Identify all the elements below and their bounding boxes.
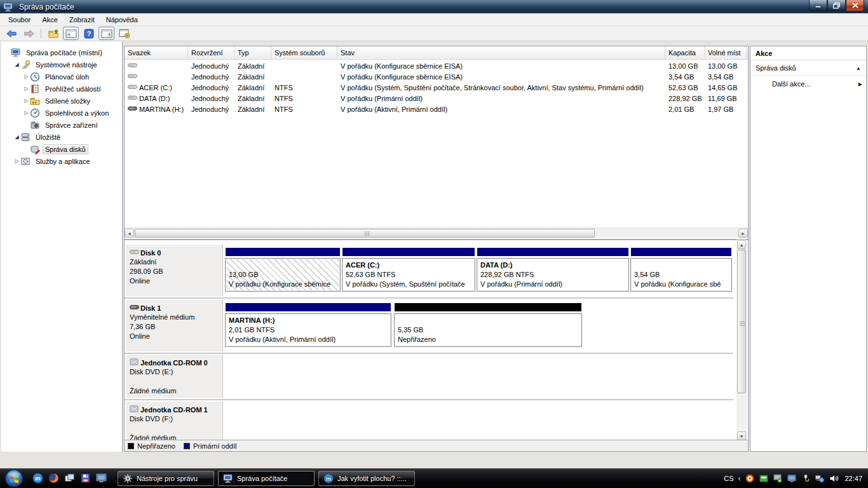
partition-v-poradku-konfigurace-sbe[interactable]: 3,54 GBV pořádku (Konfigurace sbě <box>630 248 732 292</box>
vertical-scrollbar[interactable]: ▲ ▼ <box>736 240 747 441</box>
partition-martina-h[interactable]: MARTINA (H:)2,01 GB NTFSV pořádku (Aktiv… <box>225 303 391 347</box>
horizontal-scrollbar[interactable]: ◄ ► <box>125 227 748 238</box>
storage-icon <box>20 132 31 142</box>
start-button[interactable] <box>4 469 24 488</box>
tree-expander-icon[interactable]: ◢ <box>13 134 20 140</box>
sidebar-item-label: Služby a aplikace <box>33 156 93 166</box>
menu-akce[interactable]: Akce <box>36 14 63 25</box>
partition-acer-c[interactable]: ACER (C:)52,63 GB NTFSV pořádku (Systém,… <box>342 248 475 292</box>
tray-update-check-icon[interactable] <box>773 473 782 483</box>
action-pane-button[interactable] <box>98 27 114 40</box>
drive-icon <box>130 248 139 257</box>
quick-launch-save-disk[interactable] <box>78 471 93 485</box>
quick-launch-maxthon[interactable]: m <box>31 471 45 485</box>
collapse-icon[interactable]: ▲ <box>856 65 861 71</box>
taskbar-button-nastroje-pro-spravu[interactable]: Nástroje pro správu <box>118 471 214 486</box>
sidebar-item-sdilene-slozky[interactable]: ▷Sdílené složky <box>1 95 122 107</box>
tray-display-icon[interactable] <box>787 473 796 483</box>
tree-expander-icon[interactable]: ▷ <box>23 110 30 116</box>
partition-status: V pořádku (Aktivní, Primární oddíl) <box>229 335 388 344</box>
horizontal-scroll-thumb[interactable] <box>135 229 595 238</box>
forward-arrow-button[interactable] <box>21 27 37 40</box>
disk-label[interactable]: Disk 1Vyměnitelné médium7,36 GBOnline <box>126 300 223 351</box>
back-arrow-button[interactable] <box>3 27 19 40</box>
close-button[interactable] <box>846 0 864 11</box>
sidebar-item-systemove-nastroje[interactable]: ◢Systémové nástroje <box>1 58 122 71</box>
disk-label[interactable]: Jednotka CD-ROM 0Disk DVD (E:) Žádné méd… <box>126 355 223 398</box>
tree-expander-icon[interactable]: ▷ <box>23 86 30 92</box>
volume-row[interactable]: JednoduchýZákladníV pořádku (Konfigurace… <box>125 60 748 71</box>
tray-green-window-icon[interactable] <box>759 473 768 483</box>
volume-row[interactable]: JednoduchýZákladníV pořádku (Konfigurace… <box>125 71 748 82</box>
volume-row[interactable]: ACER (C:)JednoduchýZákladníNTFSV pořádku… <box>125 82 748 93</box>
taskbar-button-label: Jak vyfotit plochu? ::... <box>337 475 407 482</box>
partition-type-bar <box>342 248 475 256</box>
sidebar-item-prohlizec-udalosti[interactable]: ▷Prohlížeč událostí <box>1 83 122 95</box>
tree-expander-icon[interactable]: ◢ <box>13 62 20 67</box>
system-tray: CS‹22:47 <box>724 473 868 483</box>
language-indicator[interactable]: CS <box>724 475 733 482</box>
scroll-down-arrow[interactable]: ▼ <box>737 431 746 440</box>
disk-label[interactable]: Jednotka CD-ROM 1Disk DVD (F:) Žádné méd… <box>126 402 223 440</box>
sidebar-item-spolehlivost-a-vykon[interactable]: ▷Spolehlivost a výkon <box>1 107 122 119</box>
window-title: Správa počítače <box>19 3 74 11</box>
restore-button[interactable] <box>827 0 846 11</box>
actions-section-disk-management[interactable]: Správa disků ▲ <box>750 60 866 76</box>
actions-section-label: Správa disků <box>756 64 796 72</box>
column-header-kapacita[interactable]: Kapacita <box>665 46 705 59</box>
console-gear-button[interactable] <box>116 27 132 40</box>
partition-status: V pořádku (Konfigurace sběrnice <box>229 280 337 289</box>
sidebar-item-sprava-disku[interactable]: Správa disků <box>1 143 122 155</box>
disk-partitions-area: MARTINA (H:)2,01 GB NTFSV pořádku (Aktiv… <box>224 300 733 351</box>
taskbar-clock[interactable]: 22:47 <box>844 475 862 482</box>
tree-expander-icon[interactable]: ▷ <box>23 74 30 79</box>
sidebar-item-sprava-pocitace-mistni[interactable]: Správa počítače (místní) <box>1 46 122 58</box>
menu-zobrazit[interactable]: Zobrazit <box>64 14 100 25</box>
sidebar-item-uloziste[interactable]: ◢Úložiště <box>1 131 122 143</box>
more-actions-item[interactable]: Další akce... ▶ <box>750 76 866 91</box>
quick-launch-display[interactable] <box>94 471 109 485</box>
gauge-icon <box>30 108 40 118</box>
disk-label[interactable]: Disk 0Základní298,09 GBOnline <box>126 245 223 296</box>
partition-v-poradku-konfigurace-sbernice[interactable]: 13,00 GBV pořádku (Konfigurace sběrnice <box>225 248 341 292</box>
minimize-button[interactable] <box>809 0 827 11</box>
tree-expander-icon[interactable]: ▷ <box>23 98 30 104</box>
column-header-typ[interactable]: Typ <box>234 46 271 59</box>
console-tree-button[interactable] <box>63 27 79 40</box>
column-header-rozvrzeni[interactable]: Rozvržení <box>188 46 234 59</box>
partition-data-d[interactable]: DATA (D:)228,92 GB NTFSV pořádku (Primár… <box>477 248 629 292</box>
sidebar-item-spravce-zarizeni[interactable]: Správce zařízení <box>1 119 122 131</box>
help-button[interactable]: ? <box>81 27 97 40</box>
taskbar-button-sprava-pocitace[interactable]: Správa počítače <box>218 471 315 486</box>
quick-launch-window-switcher[interactable] <box>62 471 77 485</box>
column-header-volne-mist[interactable]: Volné míst <box>705 46 747 59</box>
disk-partitions-area <box>224 355 733 398</box>
scroll-right-arrow[interactable]: ► <box>738 229 748 238</box>
menu-soubor[interactable]: Soubor <box>3 14 36 25</box>
tree-expander-icon[interactable]: ▷ <box>13 158 20 164</box>
volume-row[interactable]: MARTINA (H:)JednoduchýZákladníNTFSV pořá… <box>125 104 748 114</box>
menu-napoveda[interactable]: Nápověda <box>100 14 144 25</box>
quick-launch-firefox[interactable] <box>46 471 61 485</box>
scroll-up-arrow[interactable]: ▲ <box>737 240 746 249</box>
sidebar-item-planovac-uloh[interactable]: ▷Plánovač úloh <box>1 71 122 83</box>
tray-expand-chevron[interactable]: ‹ <box>738 474 740 483</box>
tray-power-plug-icon[interactable] <box>801 473 810 483</box>
column-header-system-souboru[interactable]: Systém souborů <box>271 46 337 59</box>
column-header-svazek[interactable]: Svazek <box>125 46 188 59</box>
taskbar-button-jak-vyfotit-plochu[interactable]: mJak vyfotit plochu? ::... <box>318 471 415 486</box>
export-folder-button[interactable] <box>45 27 61 40</box>
scroll-left-arrow[interactable]: ◄ <box>125 229 134 238</box>
vertical-scroll-thumb[interactable] <box>737 250 746 393</box>
tray-volume-icon[interactable] <box>829 473 838 483</box>
column-header-stav[interactable]: Stav <box>337 46 665 59</box>
volume-row[interactable]: DATA (D:)JednoduchýZákladníNTFSV pořádku… <box>125 93 748 104</box>
sidebar-item-sluzby-a-aplikace[interactable]: ▷Služby a aplikace <box>1 155 122 167</box>
submenu-arrow-icon: ▶ <box>858 81 862 87</box>
cell-stav: V pořádku (Aktivní, Primární oddíl) <box>337 105 665 113</box>
partition-neprirazeno[interactable]: 5,35 GBNepřiřazeno <box>394 303 582 347</box>
toolbar-separator <box>41 29 41 39</box>
tray-network-icon[interactable] <box>815 473 824 483</box>
cell-svazek: DATA (D:) <box>125 93 188 104</box>
tray-orange-app-icon[interactable] <box>745 473 754 483</box>
